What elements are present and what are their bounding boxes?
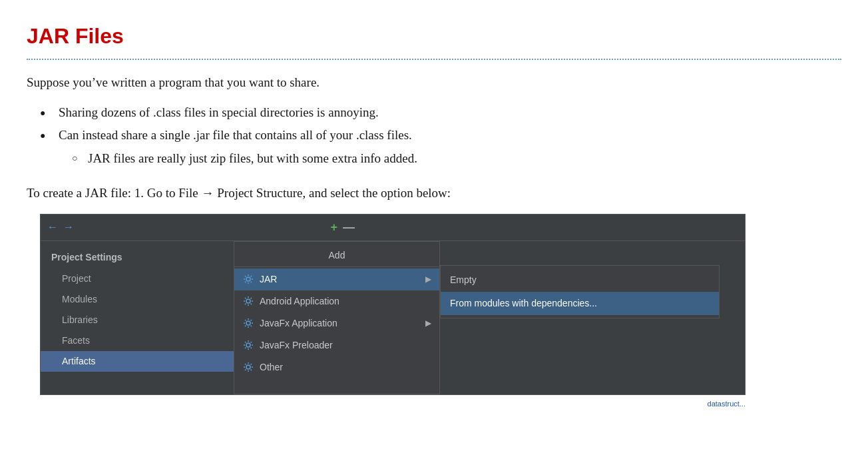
ide-body: Project Settings Project Modules Librari…	[41, 241, 745, 394]
dropdown-item-android[interactable]: Android Application	[234, 290, 439, 312]
svg-point-1	[246, 299, 250, 303]
submenu-item-empty[interactable]: Empty	[441, 268, 719, 292]
submenu-item-from-modules[interactable]: From modules with dependencies...	[441, 292, 719, 315]
other-icon	[242, 361, 254, 373]
dropdown-item-javafx-app[interactable]: JavaFx Application ▶	[234, 312, 439, 334]
svg-point-4	[246, 365, 250, 369]
ide-toolbar: ← → + —	[41, 215, 745, 241]
jar-icon	[242, 273, 254, 285]
dropdown-header: Add	[234, 244, 439, 267]
sub-bullet-list: JAR files are really just zip files, but…	[72, 149, 841, 169]
dropdown-item-jar[interactable]: JAR ▶	[234, 268, 439, 290]
dropdown-javafx-app-label: JavaFx Application	[260, 316, 337, 330]
ide-jar-submenu: Empty From modules with dependencies...	[440, 265, 720, 318]
forward-arrow-icon[interactable]: →	[63, 219, 74, 235]
ide-add-dropdown: Add JAR ▶	[234, 241, 440, 394]
dropdown-item-other[interactable]: Other	[234, 356, 439, 378]
sidebar-item-artifacts[interactable]: Artifacts	[41, 351, 234, 372]
sidebar-item-project[interactable]: Project	[41, 268, 234, 289]
dropdown-javafx-preloader-label: JavaFx Preloader	[260, 338, 333, 352]
dropdown-item-javafx-preloader[interactable]: JavaFx Preloader	[234, 334, 439, 356]
svg-point-3	[246, 343, 250, 347]
sidebar-item-modules[interactable]: Modules	[41, 289, 234, 310]
javafx-app-icon	[242, 317, 254, 329]
sidebar-section-label: Project Settings	[41, 248, 234, 267]
dropdown-android-label: Android Application	[260, 294, 339, 308]
svg-point-2	[246, 321, 250, 325]
android-icon	[242, 295, 254, 307]
sidebar-item-facets[interactable]: Facets	[41, 330, 234, 351]
bullet-item-2: Can instead share a single .jar file tha…	[40, 126, 841, 168]
back-arrow-icon[interactable]: ←	[47, 219, 58, 235]
sub-bullet-item-1: JAR files are really just zip files, but…	[72, 149, 841, 169]
remove-button[interactable]: —	[343, 219, 355, 236]
dropdown-other-label: Other	[260, 360, 283, 374]
attribution-text: datastruct...	[708, 398, 746, 410]
instruction-paragraph: To create a JAR file: 1. Go to File → Pr…	[27, 184, 841, 203]
javafx-app-submenu-arrow: ▶	[425, 317, 431, 329]
add-button[interactable]: +	[330, 219, 337, 236]
svg-point-0	[246, 277, 250, 281]
ide-screenshot: ← → + — Project Settings Project Modules…	[40, 214, 746, 395]
section-divider	[27, 59, 841, 60]
bullet-item-1: Sharing dozens of .class files in specia…	[40, 103, 841, 123]
intro-paragraph: Suppose you’ve written a program that yo…	[27, 73, 841, 93]
sidebar-item-libraries[interactable]: Libraries	[41, 310, 234, 330]
dropdown-jar-label: JAR	[260, 272, 277, 286]
ide-sidebar: Project Settings Project Modules Librari…	[41, 241, 234, 394]
jar-submenu-arrow: ▶	[425, 273, 431, 285]
page-title: JAR Files	[27, 20, 841, 52]
main-bullet-list: Sharing dozens of .class files in specia…	[40, 103, 841, 169]
javafx-preloader-icon	[242, 339, 254, 351]
